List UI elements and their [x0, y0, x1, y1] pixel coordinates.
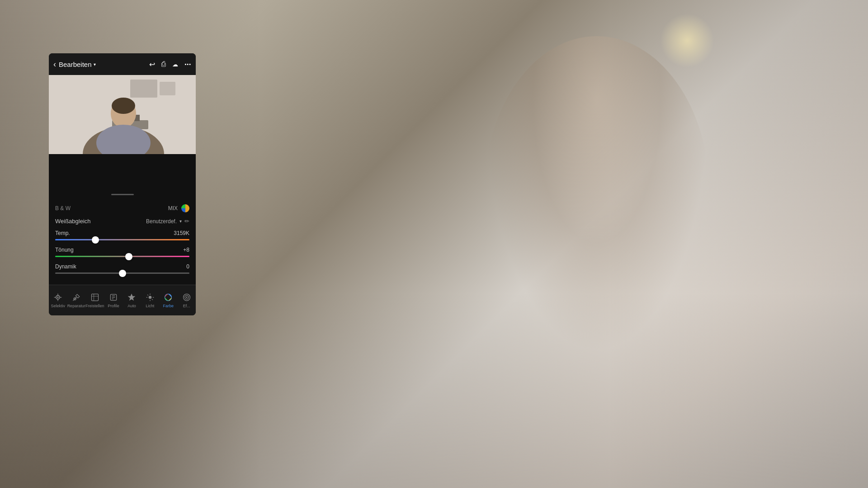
mix-area: MIX: [168, 204, 189, 212]
temp-thumb[interactable]: [92, 236, 99, 244]
effekte-label: Ef...: [183, 304, 190, 308]
photo-preview: [49, 75, 196, 154]
cloud-icon[interactable]: ☁: [172, 61, 178, 68]
top-icons: ↩ ⎙ ☁ •••: [149, 60, 191, 69]
auto-label: Auto: [127, 304, 136, 308]
person-silhouette: [484, 36, 710, 352]
svg-line-29: [152, 299, 153, 300]
wb-label: Weißabgleich: [55, 218, 91, 225]
mix-color-wheel[interactable]: [181, 204, 189, 212]
toning-slider-row: Tönung +8: [55, 247, 189, 257]
reparatur-label: Reparatur: [67, 304, 85, 308]
tool-profile[interactable]: Profile: [104, 293, 123, 308]
profile-icon: [109, 293, 118, 302]
more-icon[interactable]: •••: [184, 61, 191, 67]
wb-right: Benutzerdef. ▾ ✏: [146, 218, 189, 225]
tool-freistellen[interactable]: Freistellen: [85, 293, 104, 308]
tool-licht[interactable]: Licht: [141, 293, 159, 308]
bw-mix-row: B & W MIX: [55, 204, 189, 212]
dynamik-slider-row: Dynamik 0: [55, 263, 189, 274]
photo-content: [49, 75, 196, 154]
lamp-glow: [660, 14, 714, 68]
freistellen-icon: [90, 293, 99, 302]
profile-label: Profile: [108, 304, 119, 308]
title-area: Bearbeiten ▾: [59, 61, 149, 68]
tool-farbe[interactable]: Farbe: [159, 293, 177, 308]
page-title: Bearbeiten: [59, 61, 92, 68]
toning-track: [55, 256, 189, 257]
toning-header: Tönung +8: [55, 247, 189, 253]
share-icon[interactable]: ⎙: [161, 60, 166, 68]
edit-icon[interactable]: ✏: [184, 218, 189, 225]
temp-value: 3159K: [174, 230, 189, 236]
farbe-icon: [164, 293, 173, 302]
svg-rect-2: [160, 82, 175, 95]
title-dropdown-icon[interactable]: ▾: [94, 62, 96, 67]
tool-effekte[interactable]: Ef...: [178, 293, 196, 308]
toning-value: +8: [183, 247, 189, 253]
selektiv-label: Selektiv: [51, 304, 65, 308]
svg-point-23: [149, 296, 152, 299]
toning-label: Tönung: [55, 247, 74, 253]
temp-label: Temp.: [55, 230, 70, 236]
temp-slider-row: Temp. 3159K: [55, 230, 189, 240]
svg-marker-22: [128, 293, 136, 300]
farbe-label: Farbe: [163, 304, 174, 308]
svg-rect-18: [91, 294, 98, 300]
dynamik-header: Dynamik 0: [55, 263, 189, 270]
dynamik-thumb[interactable]: [119, 270, 126, 277]
mix-label: MIX: [168, 205, 178, 211]
photo-svg: [49, 75, 196, 154]
temp-track: [55, 239, 189, 240]
wb-value: Benutzerdef.: [146, 218, 177, 225]
dynamik-value: 0: [186, 263, 189, 270]
temp-header: Temp. 3159K: [55, 230, 189, 236]
bottom-toolbar: Selektiv Reparatur Freistellen Profile: [49, 285, 196, 315]
top-bar: ‹ Bearbeiten ▾ ↩ ⎙ ☁ •••: [49, 53, 196, 75]
drag-handle[interactable]: [111, 194, 134, 195]
bw-label: B & W: [55, 205, 71, 211]
licht-label: Licht: [146, 304, 154, 308]
svg-point-12: [57, 296, 59, 298]
tool-reparatur[interactable]: Reparatur: [67, 293, 85, 308]
licht-icon: [146, 293, 155, 302]
phone-panel: ‹ Bearbeiten ▾ ↩ ⎙ ☁ •••: [49, 53, 196, 315]
auto-icon: [127, 293, 136, 302]
selektiv-icon: [53, 293, 62, 302]
wb-row: Weißabgleich Benutzerdef. ▾ ✏: [55, 218, 189, 225]
dark-middle: [49, 154, 196, 200]
dynamik-track: [55, 272, 189, 274]
undo-icon[interactable]: ↩: [149, 60, 155, 69]
controls-area: B & W MIX Weißabgleich Benutzerdef. ▾ ✏ …: [49, 200, 196, 285]
back-button[interactable]: ‹: [53, 60, 56, 69]
svg-rect-1: [130, 80, 157, 98]
dynamik-label: Dynamik: [55, 263, 76, 270]
freistellen-label: Freistellen: [85, 304, 104, 308]
tool-selektiv[interactable]: Selektiv: [49, 293, 67, 308]
wb-dropdown-icon[interactable]: ▾: [179, 219, 182, 224]
tool-auto[interactable]: Auto: [123, 293, 141, 308]
reparatur-icon: [72, 293, 81, 302]
svg-point-10: [112, 98, 135, 114]
svg-point-33: [186, 297, 187, 298]
svg-line-28: [147, 295, 148, 296]
effekte-icon: [182, 293, 191, 302]
toning-thumb[interactable]: [125, 253, 132, 260]
